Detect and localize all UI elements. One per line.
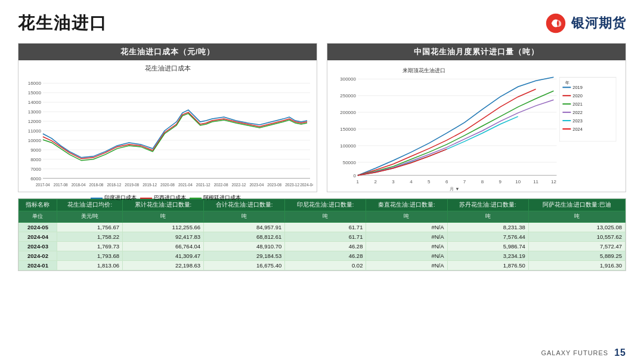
svg-text:2017-08: 2017-08 bbox=[54, 183, 68, 187]
svg-text:2020: 2020 bbox=[572, 93, 583, 99]
col-unit-price: 美元/吨 bbox=[57, 211, 122, 223]
svg-text:150000: 150000 bbox=[340, 127, 356, 132]
table-body: 2024-051,756.67112,255.6684,957.9161.71#… bbox=[19, 223, 626, 270]
right-chart-svg: 来期顶花生油进口 300000 250000 200000 150000 100… bbox=[331, 64, 622, 192]
svg-text:7000: 7000 bbox=[30, 167, 41, 172]
svg-text:8: 8 bbox=[481, 179, 484, 184]
logo-text: 银河期货 bbox=[571, 14, 626, 32]
data-table-section: 指标名称 花生油:进口均价: 累计花生油:进口数量: 合计花生油:进口数量: 印… bbox=[18, 198, 626, 271]
svg-text:0: 0 bbox=[353, 173, 356, 179]
svg-text:2019: 2019 bbox=[572, 85, 583, 90]
svg-text:年: 年 bbox=[565, 80, 569, 85]
svg-text:13000: 13000 bbox=[28, 109, 42, 115]
left-chart-area: 花生油进口成本 16000 15000 14000 13000 12000 11… bbox=[18, 60, 317, 192]
col-unit-ton5: 吨 bbox=[447, 211, 528, 223]
svg-text:7: 7 bbox=[463, 179, 466, 184]
svg-text:来期顶花生油进口: 来期顶花生油进口 bbox=[402, 67, 445, 73]
table-cell: 1,793.68 bbox=[57, 251, 122, 261]
svg-rect-79 bbox=[562, 120, 571, 121]
svg-text:9: 9 bbox=[499, 179, 502, 184]
left-chart-svg: 16000 15000 14000 13000 12000 11000 1000… bbox=[22, 74, 313, 190]
table-cell: 10,557.62 bbox=[528, 232, 625, 242]
charts-row: 花生油进口成本（元/吨） 花生油进口成本 16000 15000 14000 1… bbox=[18, 43, 626, 192]
svg-text:2024-04: 2024-04 bbox=[300, 183, 313, 187]
col-unit-ton2: 吨 bbox=[204, 211, 285, 223]
table-cell: 1,876.50 bbox=[447, 261, 528, 270]
table-cell: 46.28 bbox=[285, 251, 366, 261]
table-row: 2024-051,756.67112,255.6684,957.9161.71#… bbox=[19, 223, 626, 232]
svg-rect-75 bbox=[562, 103, 571, 104]
svg-rect-73 bbox=[562, 95, 571, 96]
col-unit-ton4: 吨 bbox=[366, 211, 447, 223]
col-header-qin: 秦直花生油:进口数量: bbox=[366, 199, 447, 211]
logo-icon bbox=[545, 13, 566, 34]
table-cell: 16,675.40 bbox=[204, 261, 285, 270]
table-cell: 2024-05 bbox=[19, 223, 57, 232]
table-cell: 5,889.25 bbox=[528, 251, 625, 261]
col-header-sudan: 苏丹花生油:进口数量: bbox=[447, 199, 528, 211]
svg-text:2020-08: 2020-08 bbox=[160, 183, 175, 187]
table-cell: #N/A bbox=[366, 251, 447, 261]
svg-text:9000: 9000 bbox=[30, 147, 41, 153]
svg-text:3: 3 bbox=[392, 179, 395, 184]
table-cell: 7,576.44 bbox=[447, 232, 528, 242]
table-cell: 1,769.73 bbox=[57, 242, 122, 251]
svg-text:1: 1 bbox=[357, 179, 360, 184]
right-chart-area: 来期顶花生油进口 300000 250000 200000 150000 100… bbox=[327, 60, 626, 192]
table-cell: 61.71 bbox=[285, 223, 366, 232]
data-table: 指标名称 花生油:进口均价: 累计花生油:进口数量: 合计花生油:进口数量: 印… bbox=[18, 199, 626, 270]
table-cell: 46.28 bbox=[285, 242, 366, 251]
svg-text:11: 11 bbox=[533, 179, 538, 184]
table-cell: 5,986.74 bbox=[447, 242, 528, 251]
col-unit-name: 单位 bbox=[19, 211, 57, 223]
svg-text:2: 2 bbox=[374, 179, 377, 184]
table-cell: 29,184.53 bbox=[204, 251, 285, 261]
table-cell: 1,756.67 bbox=[57, 223, 122, 232]
svg-text:2023-04: 2023-04 bbox=[250, 183, 264, 187]
table-cell: 1,758.22 bbox=[57, 232, 122, 242]
svg-text:15000: 15000 bbox=[28, 90, 42, 96]
table-cell: 92,417.83 bbox=[123, 232, 204, 242]
col-unit-ton3: 吨 bbox=[285, 211, 366, 223]
svg-text:2021: 2021 bbox=[572, 101, 583, 107]
svg-text:2019-08: 2019-08 bbox=[125, 183, 139, 187]
col-unit-ton6: 吨 bbox=[528, 211, 625, 223]
table-cell: 61.71 bbox=[285, 232, 366, 242]
table-row: 2024-031,769.7366,764.0448,910.7046.28#N… bbox=[19, 242, 626, 251]
table-cell: #N/A bbox=[366, 242, 447, 251]
svg-text:5: 5 bbox=[428, 179, 431, 184]
table-cell: #N/A bbox=[366, 232, 447, 242]
table-cell: 68,812.61 bbox=[204, 232, 285, 242]
svg-text:2024: 2024 bbox=[572, 127, 583, 132]
svg-text:250000: 250000 bbox=[340, 93, 356, 99]
svg-text:300000: 300000 bbox=[340, 76, 356, 82]
footer-brand: GALAXY FUTURES bbox=[541, 349, 608, 356]
table-cell: 7,572.47 bbox=[528, 242, 625, 251]
col-unit-ton1: 吨 bbox=[123, 211, 204, 223]
svg-text:2018-12: 2018-12 bbox=[107, 183, 121, 187]
svg-text:2023-12: 2023-12 bbox=[285, 183, 299, 187]
svg-text:11000: 11000 bbox=[28, 128, 42, 134]
svg-rect-71 bbox=[562, 87, 571, 88]
table-cell: 112,255.66 bbox=[123, 223, 204, 232]
svg-text:2019-12: 2019-12 bbox=[143, 183, 157, 187]
table-header-row2: 单位 美元/吨 吨 吨 吨 吨 吨 吨 bbox=[19, 211, 626, 223]
svg-text:10000: 10000 bbox=[28, 138, 42, 143]
svg-text:50000: 50000 bbox=[343, 160, 357, 165]
table-cell: #N/A bbox=[366, 223, 447, 232]
left-chart-title: 花生油进口成本（元/吨） bbox=[18, 44, 317, 60]
left-chart-subtitle: 花生油进口成本 bbox=[22, 64, 313, 73]
table-cell: 13,025.08 bbox=[528, 223, 625, 232]
svg-text:2022-08: 2022-08 bbox=[214, 183, 228, 187]
svg-text:2022: 2022 bbox=[572, 110, 583, 115]
svg-text:月 ▼: 月 ▼ bbox=[450, 186, 459, 192]
table-cell: 1,916.30 bbox=[528, 261, 625, 270]
svg-text:16000: 16000 bbox=[28, 81, 42, 86]
svg-rect-81 bbox=[562, 128, 571, 130]
right-chart-title: 中国花生油月度累计进口量（吨） bbox=[327, 44, 626, 60]
svg-text:10: 10 bbox=[515, 179, 521, 184]
table-cell: 22,198.63 bbox=[123, 261, 204, 270]
svg-rect-77 bbox=[562, 112, 571, 113]
table-cell: #N/A bbox=[366, 261, 447, 270]
table-cell: 2024-04 bbox=[19, 232, 57, 242]
